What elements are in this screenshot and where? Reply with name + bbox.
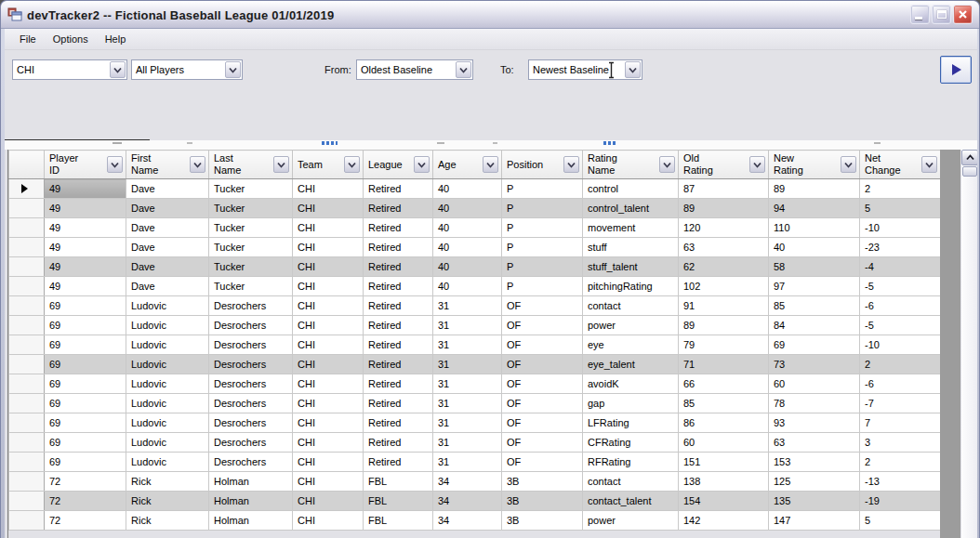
- cell-player-id[interactable]: 49: [45, 199, 126, 218]
- cell-age[interactable]: 40: [433, 179, 502, 199]
- cell-net-change[interactable]: -6: [860, 374, 941, 394]
- cell-new-rating[interactable]: 78: [769, 394, 860, 413]
- cell-player-id[interactable]: 72: [45, 492, 126, 511]
- cell-rating-name[interactable]: eye_talent: [583, 355, 679, 374]
- scroll-up-button[interactable]: [961, 150, 977, 165]
- menu-file[interactable]: File: [11, 31, 45, 47]
- cell-net-change[interactable]: -23: [860, 238, 941, 257]
- cell-net-change[interactable]: -19: [860, 492, 941, 511]
- cell-old-rating[interactable]: 138: [679, 472, 769, 492]
- cell-old-rating[interactable]: 89: [679, 199, 769, 218]
- cell-last-name[interactable]: Desrochers: [209, 433, 293, 453]
- cell-rating-name[interactable]: power: [583, 316, 679, 335]
- column-filter-button[interactable]: [414, 156, 430, 173]
- cell-last-name[interactable]: Tucker: [209, 199, 293, 218]
- cell-new-rating[interactable]: 147: [769, 511, 860, 531]
- cell-team[interactable]: CHI: [293, 199, 364, 218]
- cell-new-rating[interactable]: 153: [769, 453, 860, 472]
- row-selector[interactable]: [9, 277, 45, 296]
- cell-old-rating[interactable]: 60: [679, 433, 769, 453]
- cell-age[interactable]: 31: [433, 335, 502, 355]
- cell-last-name[interactable]: Tucker: [209, 257, 293, 277]
- cell-net-change[interactable]: -4: [860, 257, 941, 277]
- cell-new-rating[interactable]: 93: [769, 413, 860, 433]
- cell-net-change[interactable]: 2: [860, 453, 941, 472]
- cell-league[interactable]: Retired: [364, 394, 433, 413]
- row-selector[interactable]: [9, 472, 45, 492]
- cell-league[interactable]: Retired: [364, 296, 433, 316]
- cell-new-rating[interactable]: 85: [769, 296, 860, 316]
- cell-first-name[interactable]: Rick: [126, 472, 209, 492]
- cell-age[interactable]: 31: [433, 394, 502, 413]
- cell-rating-name[interactable]: movement: [583, 218, 679, 238]
- cell-player-id[interactable]: 69: [45, 413, 126, 433]
- column-header-position[interactable]: Position: [502, 151, 583, 179]
- cell-last-name[interactable]: Tucker: [209, 277, 293, 296]
- close-button[interactable]: [953, 5, 973, 24]
- cell-league[interactable]: Retired: [364, 335, 433, 355]
- cell-first-name[interactable]: Dave: [126, 238, 209, 257]
- row-selector[interactable]: [9, 355, 45, 374]
- cell-rating-name[interactable]: CFRating: [583, 433, 679, 453]
- cell-net-change[interactable]: -5: [860, 316, 941, 335]
- cell-new-rating[interactable]: 94: [769, 199, 860, 218]
- cell-position[interactable]: 3B: [502, 472, 583, 492]
- cell-age[interactable]: 34: [433, 511, 502, 531]
- scrollbar-thumb[interactable]: [962, 166, 977, 177]
- cell-new-rating[interactable]: 69: [769, 335, 860, 355]
- cell-new-rating[interactable]: 97: [769, 277, 860, 296]
- cell-team[interactable]: CHI: [293, 355, 364, 374]
- column-filter-button[interactable]: [190, 156, 205, 173]
- cell-net-change[interactable]: 3: [860, 433, 941, 453]
- menu-options[interactable]: Options: [45, 31, 97, 47]
- cell-team[interactable]: CHI: [293, 374, 364, 394]
- cell-team[interactable]: CHI: [293, 218, 364, 238]
- cell-last-name[interactable]: Tucker: [209, 179, 293, 199]
- column-header-net-change[interactable]: NetChange: [860, 151, 941, 179]
- cell-league[interactable]: Retired: [364, 374, 433, 394]
- cell-rating-name[interactable]: stuff: [583, 238, 679, 257]
- cell-rating-name[interactable]: pitchingRating: [583, 277, 679, 296]
- row-selector[interactable]: [9, 257, 45, 277]
- row-selector[interactable]: [9, 374, 45, 394]
- from-baseline-select[interactable]: Oldest Baseline: [356, 59, 473, 80]
- cell-first-name[interactable]: Dave: [126, 277, 209, 296]
- column-header-league[interactable]: League: [364, 151, 433, 179]
- cell-new-rating[interactable]: 40: [769, 238, 860, 257]
- column-filter-button[interactable]: [563, 156, 579, 173]
- cell-position[interactable]: OF: [502, 374, 583, 394]
- cell-last-name[interactable]: Desrochers: [209, 374, 293, 394]
- to-baseline-select[interactable]: Newest Baseline: [528, 59, 642, 80]
- cell-first-name[interactable]: Dave: [126, 199, 209, 218]
- menu-help[interactable]: Help: [97, 31, 135, 47]
- cell-new-rating[interactable]: 60: [769, 374, 860, 394]
- cell-rating-name[interactable]: control_talent: [583, 199, 679, 218]
- cell-player-id[interactable]: 69: [45, 453, 126, 472]
- column-filter-button[interactable]: [273, 156, 289, 173]
- cell-age[interactable]: 40: [433, 257, 502, 277]
- cell-last-name[interactable]: Tucker: [209, 218, 293, 238]
- row-selector[interactable]: [9, 394, 45, 413]
- cell-last-name[interactable]: Desrochers: [209, 335, 293, 355]
- cell-player-id[interactable]: 72: [45, 511, 126, 531]
- cell-team[interactable]: CHI: [293, 433, 364, 453]
- run-button[interactable]: [940, 56, 972, 84]
- cell-team[interactable]: CHI: [293, 316, 364, 335]
- row-selector[interactable]: [9, 413, 45, 433]
- column-header-age[interactable]: Age: [433, 151, 502, 179]
- cell-position[interactable]: OF: [502, 335, 583, 355]
- cell-last-name[interactable]: Tucker: [209, 238, 293, 257]
- cell-team[interactable]: CHI: [293, 472, 364, 492]
- column-header-team[interactable]: Team: [293, 151, 364, 179]
- cell-first-name[interactable]: Ludovic: [126, 374, 209, 394]
- cell-team[interactable]: CHI: [293, 277, 364, 296]
- cell-rating-name[interactable]: stuff_talent: [583, 257, 679, 277]
- cell-net-change[interactable]: -10: [860, 335, 941, 355]
- row-selector[interactable]: [9, 238, 45, 257]
- cell-first-name[interactable]: Ludovic: [126, 413, 209, 433]
- cell-first-name[interactable]: Ludovic: [126, 433, 209, 453]
- cell-net-change[interactable]: -6: [860, 296, 941, 316]
- cell-league[interactable]: Retired: [364, 238, 433, 257]
- cell-first-name[interactable]: Rick: [126, 511, 209, 531]
- cell-team[interactable]: CHI: [293, 453, 364, 472]
